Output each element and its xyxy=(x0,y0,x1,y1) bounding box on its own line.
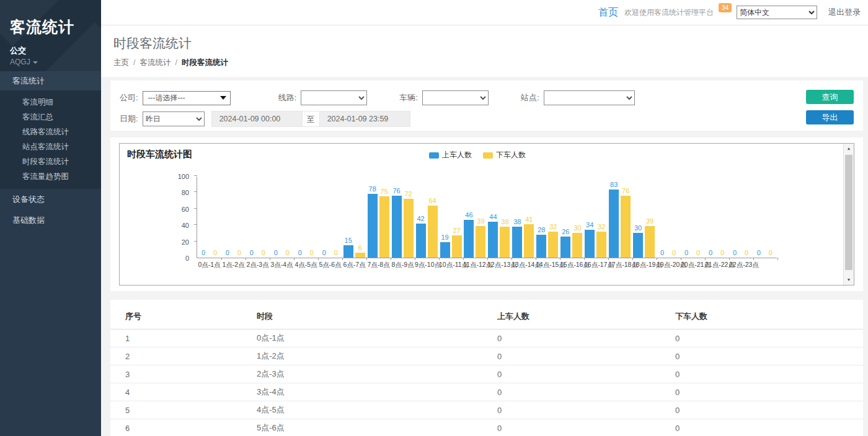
sidebar-subitem[interactable]: 时段客流统计 xyxy=(0,154,101,169)
scroll-down-icon[interactable]: ▼ xyxy=(844,275,854,285)
table-cell: 0 xyxy=(492,347,670,365)
bar-value-label: 46 xyxy=(465,211,472,219)
station-select[interactable] xyxy=(544,90,635,105)
bar xyxy=(464,220,474,258)
x-tick-label: 13点-14点 xyxy=(512,261,536,269)
table-cell: 0 xyxy=(492,383,670,401)
chart-legend: 上车人数 下车人数 xyxy=(120,150,835,160)
bar-group: 00 xyxy=(753,177,777,258)
bar-wrap: 0 xyxy=(259,177,268,258)
sidebar-section-device-status[interactable]: 设备状态 xyxy=(0,189,101,210)
bar-wrap: 41 xyxy=(524,177,534,258)
table-cell: 4 xyxy=(110,383,252,401)
bar-value-label: 0 xyxy=(237,249,241,256)
line-select[interactable] xyxy=(301,90,367,105)
table-cell: 0 xyxy=(670,329,863,347)
table-row: 54点-5点00 xyxy=(110,401,863,419)
bar-group: 00 xyxy=(680,177,704,258)
bar xyxy=(585,230,595,258)
table-row: 65点-6点00 xyxy=(110,419,863,436)
breadcrumb-home[interactable]: 主页 xyxy=(113,58,129,67)
bar-group: 3039 xyxy=(632,177,656,258)
y-tick-mark xyxy=(194,224,197,225)
date-end-input[interactable]: 2024-01-09 23:59 xyxy=(319,111,410,127)
chart-box: 时段车流统计图 上车人数 下车人数 020406080100 000000000… xyxy=(119,143,854,286)
sidebar-section-passenger-stats[interactable]: 客流统计 xyxy=(0,71,101,90)
bar-wrap: 0 xyxy=(319,177,329,258)
table-panel: 序号 时段 上车人数 下车人数 10点-1点0021点-2点0032点-3点00… xyxy=(110,300,863,436)
caret-down-icon xyxy=(33,61,38,64)
bar-wrap: 0 xyxy=(283,177,293,258)
breadcrumb-section[interactable]: 客流统计 xyxy=(140,58,170,67)
bar-value-label: 15 xyxy=(345,237,352,244)
x-tick-mark xyxy=(512,258,512,260)
bar-wrap: 39 xyxy=(476,177,485,258)
bar-value-label: 34 xyxy=(586,221,593,229)
bar-wrap: 0 xyxy=(669,177,679,258)
x-tick-mark xyxy=(366,258,367,260)
bar xyxy=(524,224,534,258)
vehicle-select[interactable] xyxy=(422,90,489,105)
x-tick-label: 6点-7点 xyxy=(342,261,366,269)
bar-wrap: 0 xyxy=(223,177,232,258)
bar-value-label: 0 xyxy=(213,249,217,256)
x-tick-label: 19点-20点 xyxy=(657,261,681,269)
bar-value-label: 32 xyxy=(598,223,605,230)
org-code-dropdown[interactable]: AQGJ xyxy=(10,58,101,66)
x-tick-label: 9点-10点 xyxy=(415,261,439,269)
export-button[interactable]: 导出 xyxy=(806,110,854,124)
chart-vertical-scrollbar[interactable]: ▲ ▼ xyxy=(843,144,854,285)
sidebar-subitem[interactable]: 客流汇总 xyxy=(0,110,101,124)
col-header-alighting: 下车人数 xyxy=(670,306,863,329)
legend-item-boarding[interactable]: 上车人数 xyxy=(429,150,472,160)
sidebar-subitem[interactable]: 站点客流统计 xyxy=(0,139,101,154)
table-cell: 1点-2点 xyxy=(252,347,492,365)
bar xyxy=(621,196,631,258)
table-cell: 6 xyxy=(110,419,252,436)
bar-wrap: 0 xyxy=(198,177,208,258)
table-cell: 0 xyxy=(670,419,863,436)
language-select[interactable]: 简体中文 xyxy=(737,6,817,19)
chart-x-axis-labels: 0点-1点1点-2点2点-3点3点-4点4点-5点5点-6点6点-7点7点-8点… xyxy=(197,261,777,269)
sidebar-subitem[interactable]: 客流量趋势图 xyxy=(0,169,101,184)
x-tick-mark xyxy=(246,258,246,260)
table-row: 21点-2点00 xyxy=(110,347,863,365)
bar-value-label: 41 xyxy=(525,216,533,223)
home-link[interactable]: 首页 xyxy=(598,6,618,19)
logout-link[interactable]: 退出登录 xyxy=(828,7,861,18)
sidebar-submenu: 客流明细客流汇总线路客流统计站点客流统计时段客流统计客流量趋势图 xyxy=(0,90,101,189)
table-cell: 0 xyxy=(670,365,863,383)
topbar: 首页 欢迎使用客流统计管理平台 34 简体中文 退出登录 xyxy=(101,0,868,25)
date-preset-select[interactable]: 昨日 xyxy=(143,111,205,126)
legend-item-alighting[interactable]: 下车人数 xyxy=(483,150,526,160)
bar-group: 3432 xyxy=(583,177,608,258)
table-cell: 0 xyxy=(492,329,670,347)
table-header-row: 序号 时段 上车人数 下车人数 xyxy=(110,306,863,329)
y-tick-label: 60 xyxy=(182,206,189,213)
query-button[interactable]: 查询 xyxy=(806,90,854,104)
y-tick-label: 40 xyxy=(182,222,189,229)
bar-value-label: 76 xyxy=(622,187,629,194)
x-tick-mark xyxy=(777,258,778,260)
boarding-swatch-icon xyxy=(429,152,439,159)
company-select[interactable]: ---请选择--- xyxy=(143,91,231,105)
x-tick-mark xyxy=(270,258,270,260)
bar-value-label: 0 xyxy=(745,249,748,256)
scrollbar-thumb[interactable] xyxy=(845,155,852,270)
bar-wrap: 0 xyxy=(693,177,703,258)
station-label: 站点: xyxy=(521,92,539,103)
bar-value-label: 19 xyxy=(441,233,448,241)
sidebar-subitem[interactable]: 客流明细 xyxy=(0,95,101,110)
x-tick-label: 16点-17点 xyxy=(584,261,608,269)
bar-value-label: 28 xyxy=(538,226,545,233)
sidebar-section-base-data[interactable]: 基础数据 xyxy=(0,210,101,231)
scroll-up-icon[interactable]: ▲ xyxy=(844,144,854,154)
bar-group: 4264 xyxy=(415,177,439,258)
company-label: 公司: xyxy=(120,92,138,103)
sidebar-subitem[interactable]: 线路客流统计 xyxy=(0,124,101,139)
bar-value-label: 0 xyxy=(709,249,712,256)
date-start-input[interactable]: 2024-01-09 00:00 xyxy=(211,111,303,127)
x-tick-mark xyxy=(632,258,633,260)
y-tick-label: 100 xyxy=(178,173,189,180)
breadcrumb: 主页/客流统计/时段客流统计 xyxy=(113,58,868,68)
